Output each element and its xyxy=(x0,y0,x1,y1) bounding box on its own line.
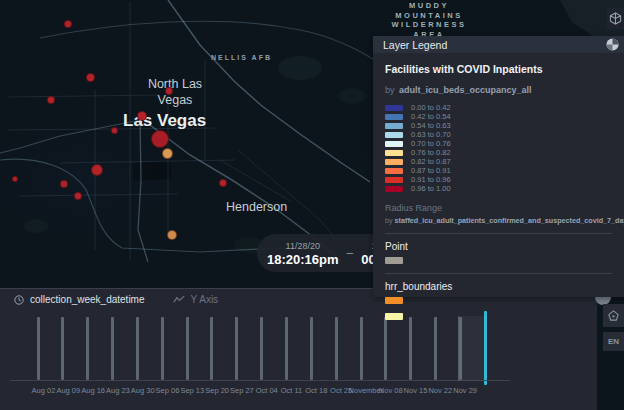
map-label-line: Vegas xyxy=(140,92,210,108)
legend-by-label: by xyxy=(385,85,395,95)
time-range-separator: – xyxy=(347,246,354,260)
color-swatch xyxy=(385,150,403,156)
histogram-bar xyxy=(260,317,263,380)
scale-range-label: 0.63 to 0.70 xyxy=(411,130,451,139)
scale-range-label: 0.96 to 1.00 xyxy=(411,184,451,193)
legend-divider xyxy=(385,233,612,234)
point-layer-swatch xyxy=(385,257,403,264)
scale-range-label: 0.70 to 0.76 xyxy=(411,139,451,148)
scale-range-label: 0.54 to 0.63 xyxy=(411,121,451,130)
axis-tick-label: Aug 30 xyxy=(131,386,155,395)
covid-facility-point[interactable] xyxy=(137,111,147,121)
locale-label: EN xyxy=(608,337,619,346)
legend-scale-row: 0.82 to 0.87 xyxy=(385,157,612,166)
start-date: 11/28/20 xyxy=(286,240,320,252)
legend-scale-row: 0.00 to 0.42 xyxy=(385,103,612,112)
axis-tick-label: Nov 22 xyxy=(428,386,452,395)
axis-tick-label: Sep 13 xyxy=(180,386,204,395)
histogram-bar xyxy=(310,317,313,380)
histogram-bar xyxy=(235,317,238,380)
histogram-bar xyxy=(285,317,288,380)
hrr-color-swatch xyxy=(385,297,403,304)
covid-facility-point[interactable] xyxy=(60,180,68,188)
axis-tick-label: Nov 08 xyxy=(379,386,403,395)
map-control-3d-button[interactable] xyxy=(607,8,624,29)
histogram-bar xyxy=(384,317,387,380)
legend-scale-row: 0.91 to 0.96 xyxy=(385,175,612,184)
map-control-locale-button[interactable]: EN xyxy=(603,332,624,351)
covid-facility-point[interactable] xyxy=(151,130,169,148)
covid-facility-point[interactable] xyxy=(47,96,55,104)
map-label-line: MOUNTAINS xyxy=(388,11,470,21)
legend-scale-row: 0.70 to 0.76 xyxy=(385,139,612,148)
covid-facility-point[interactable] xyxy=(74,192,82,200)
histogram-bar xyxy=(434,317,437,380)
covid-facility-point[interactable] xyxy=(111,127,118,134)
covid-facility-point[interactable] xyxy=(219,179,227,187)
covid-facility-point[interactable] xyxy=(162,148,173,159)
histogram-bar xyxy=(61,317,64,380)
covid-facility-point[interactable] xyxy=(167,230,177,240)
color-swatch xyxy=(385,105,403,111)
map-label-line: North Las xyxy=(140,76,210,92)
map-label-north-las-vegas: North Las Vegas xyxy=(140,76,210,108)
axis-tick-label: Aug 16 xyxy=(81,386,105,395)
covid-facility-point[interactable] xyxy=(12,176,18,182)
legend-color-field: adult_icu_beds_occupancy_all xyxy=(399,85,532,95)
axis-tick-label: Aug 02 xyxy=(32,386,56,395)
axis-tick-label: Nov 15 xyxy=(404,386,428,395)
map-label-henderson: Henderson xyxy=(226,199,287,215)
color-swatch xyxy=(385,159,403,165)
color-swatch xyxy=(385,168,403,174)
map-label-las-vegas: Las Vegas xyxy=(123,111,206,131)
axis-tick-label: Aug 09 xyxy=(56,386,80,395)
timeline-brush-selection[interactable] xyxy=(458,316,487,381)
start-time: 18:20:16pm xyxy=(267,252,339,267)
legend-radius-title: Radius Range xyxy=(385,203,612,213)
axis-tick-label: Oct 18 xyxy=(305,386,327,395)
legend-color-scale: 0.00 to 0.420.42 to 0.540.54 to 0.630.63… xyxy=(385,103,612,193)
scale-range-label: 0.42 to 0.54 xyxy=(411,112,451,121)
covid-facility-point[interactable] xyxy=(91,164,103,176)
histogram-bar xyxy=(111,317,114,380)
histogram-bar xyxy=(136,317,139,380)
axis-tick-label: Oct 11 xyxy=(281,386,303,395)
histogram-bar xyxy=(335,317,338,380)
histogram-bar xyxy=(86,317,89,380)
hrr-color-swatch xyxy=(385,313,403,320)
legend-layer-title-point: Point xyxy=(385,241,612,252)
color-swatch xyxy=(385,177,403,183)
map-label-wilderness-area: MUDDY MOUNTAINS WILDERNESS AREA xyxy=(388,1,470,39)
axis-tick-label: Sep 20 xyxy=(205,386,229,395)
legend-scale-row: 0.96 to 1.00 xyxy=(385,184,612,193)
legend-divider xyxy=(385,273,612,274)
legend-scale-row: 0.42 to 0.54 xyxy=(385,112,612,121)
legend-scale-row: 0.87 to 0.91 xyxy=(385,166,612,175)
legend-toggle-icon[interactable] xyxy=(606,38,619,51)
histogram-bar xyxy=(37,317,40,380)
legend-layer-title-facilities: Facilities with COVID Inpatients xyxy=(385,63,612,75)
layer-legend-header[interactable]: Layer Legend xyxy=(373,36,624,53)
covid-facility-point[interactable] xyxy=(64,20,72,28)
map-label-nellis-afb: NELLIS AFB xyxy=(211,54,272,61)
legend-scale-row: 0.54 to 0.63 xyxy=(385,121,612,130)
covid-facility-point[interactable] xyxy=(86,73,95,82)
legend-scale-row: 0.63 to 0.70 xyxy=(385,130,612,139)
legend-radius-field-name: staffed_icu_adult_patients_confirmed_and… xyxy=(395,216,624,225)
legend-by-label: by xyxy=(385,216,395,225)
legend-radius-field: by staffed_icu_adult_patients_confirmed_… xyxy=(385,216,612,225)
scale-range-label: 0.82 to 0.87 xyxy=(411,157,451,166)
layer-legend-title: Layer Legend xyxy=(383,39,447,51)
axis-tick-label: Sep 27 xyxy=(230,386,254,395)
covid-facility-point[interactable] xyxy=(165,87,173,95)
histogram-bar xyxy=(409,317,412,380)
histogram-bar xyxy=(360,317,363,380)
scale-range-label: 0.76 to 0.82 xyxy=(411,148,451,157)
axis-tick-label: Aug 23 xyxy=(106,386,130,395)
map-label-line: MUDDY xyxy=(388,1,470,11)
legend-scale-row: 0.76 to 0.82 xyxy=(385,148,612,157)
histogram-bar xyxy=(186,317,189,380)
hrr-boundaries-swatches xyxy=(385,297,612,320)
scale-range-label: 0.00 to 0.42 xyxy=(411,103,451,112)
axis-tick-label: Sep 06 xyxy=(156,386,180,395)
